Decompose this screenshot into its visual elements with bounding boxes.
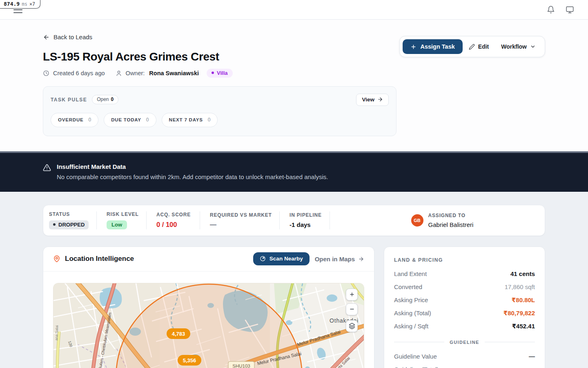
pricing-row-asking-price: Asking Price ₹80.80L — [394, 294, 535, 307]
location-section-title: Location Intelligence — [65, 255, 134, 263]
perf-unit: ms — [22, 1, 27, 7]
assignee-avatar: GB — [411, 214, 423, 227]
map-layers-button[interactable] — [346, 320, 358, 332]
price-marker-2[interactable]: 5,356 — [178, 355, 201, 366]
perf-count: ×7 — [29, 1, 35, 7]
back-arrow-icon — [43, 34, 50, 40]
pricing-row-converted: Converted 17,860 sqft — [394, 280, 535, 294]
risk-level-label: RISK LEVEL — [107, 211, 146, 217]
property-type-badge: Villa — [207, 69, 233, 78]
in-pipeline-value: -1 days — [290, 221, 330, 228]
overdue-pill[interactable]: OVERDUE0 — [51, 113, 98, 127]
land-pricing-card: LAND & PRICING Land Extent 41 cents Conv… — [384, 247, 545, 368]
plus-icon — [349, 292, 355, 297]
open-in-maps-link[interactable]: Open in Maps — [315, 256, 364, 263]
pencil-icon — [469, 44, 475, 50]
clock-icon — [43, 70, 49, 76]
workflow-dropdown-button[interactable]: Workflow — [495, 39, 542, 54]
perf-time: 874.9 — [4, 1, 20, 7]
created-text: Created 6 days ago — [53, 70, 105, 76]
badge-dot — [212, 72, 214, 74]
pricing-section-heading: LAND & PRICING — [394, 257, 535, 263]
back-link-label: Back to Leads — [53, 34, 92, 40]
due-today-pill[interactable]: DUE TODAY0 — [104, 113, 156, 127]
edge-label-salai: ana Salai — [54, 325, 59, 341]
radar-scan-icon — [260, 256, 266, 262]
person-icon — [116, 70, 122, 76]
pricing-row-asking-sqft: Asking / Sqft ₹452.41 — [394, 320, 535, 333]
status-label: STATUS — [49, 211, 96, 217]
assign-task-button[interactable]: Assign Task — [403, 39, 462, 54]
map-pin-icon — [53, 255, 60, 263]
arrow-right-icon — [377, 96, 383, 102]
map-zoom-in-button[interactable] — [346, 289, 358, 301]
price-marker-1[interactable]: 4,783 — [167, 328, 190, 339]
in-pipeline-label: IN PIPELINE — [290, 212, 330, 218]
performance-debug-badge: 874.9 ms ×7 — [0, 0, 40, 9]
task-pulse-card: TASK PULSE Open0 View OVERDUE0 DUE TODAY… — [43, 86, 396, 136]
route-shield-label: SHU103 — [232, 364, 250, 368]
warning-triangle-icon — [43, 164, 51, 172]
svg-text:5,356: 5,356 — [183, 357, 196, 364]
minus-icon — [349, 306, 355, 312]
assignee-name: Gabriel Balistreri — [428, 221, 474, 228]
owner-name: Rona Swaniawski — [149, 70, 199, 76]
map-zoom-out-button[interactable] — [346, 303, 358, 315]
market-data-alert-banner: Insufficient Market Data No comparable c… — [0, 151, 588, 192]
acq-score-label: ACQ. SCORE — [156, 212, 200, 218]
alert-message: No comparable competitors found within 2… — [57, 173, 328, 180]
layers-icon — [349, 323, 355, 329]
lead-actions-panel: Assign Task Edit Workflow — [399, 36, 545, 57]
scan-nearby-button[interactable]: Scan Nearby — [253, 252, 310, 265]
svg-text:4,783: 4,783 — [172, 331, 185, 337]
back-to-leads-link[interactable]: Back to Leads — [43, 34, 92, 40]
edit-button[interactable]: Edit — [463, 39, 495, 54]
pricing-row-asking-total: Asking (Total) ₹80,79,822 — [394, 307, 535, 320]
lead-stats-strip: STATUS DROPPED RISK LEVEL Low ACQ. SCORE… — [43, 205, 545, 236]
pricing-row-land-extent: Land Extent 41 cents — [394, 267, 535, 280]
map-canvas[interactable]: Othakadai SHU103 Melur Pradhana Salai Me… — [53, 283, 364, 368]
required-vs-market-value: — — [210, 221, 279, 229]
chevron-down-icon — [530, 44, 536, 49]
owner-label: Owner: — [126, 70, 145, 76]
arrow-right-icon — [358, 256, 364, 262]
status-badge: DROPPED — [49, 220, 89, 229]
risk-level-badge: Low — [107, 220, 127, 229]
guideline-divider: GUIDELINE — [394, 340, 535, 345]
plus-icon — [410, 44, 416, 50]
lead-header-section: Back to Leads LS-195 Royal Acres Grimes … — [0, 20, 588, 151]
next-7-days-pill[interactable]: NEXT 7 DAYS0 — [162, 113, 218, 127]
required-vs-market-label: REQUIRED VS MARKET — [210, 212, 279, 218]
display-monitor-icon[interactable] — [566, 6, 574, 14]
top-bar — [0, 0, 588, 20]
pricing-row-guideline-total: Guideline (Total) — — [394, 363, 535, 368]
pricing-row-guideline-value: Guideline Value — — [394, 350, 535, 363]
location-intelligence-card: Location Intelligence Scan Nearby Open i… — [43, 247, 374, 368]
acq-score-value: 0 / 100 — [156, 221, 200, 229]
task-pulse-heading: TASK PULSE — [51, 97, 87, 103]
alert-title: Insufficient Market Data — [57, 163, 328, 170]
open-tasks-pill[interactable]: Open0 — [92, 95, 118, 104]
notifications-bell-icon[interactable] — [547, 5, 555, 14]
assigned-to-label: ASSIGNED TO — [428, 213, 474, 218]
map-svg: Othakadai SHU103 Melur Pradhana Salai Me… — [53, 283, 364, 368]
view-tasks-button[interactable]: View — [356, 94, 389, 106]
